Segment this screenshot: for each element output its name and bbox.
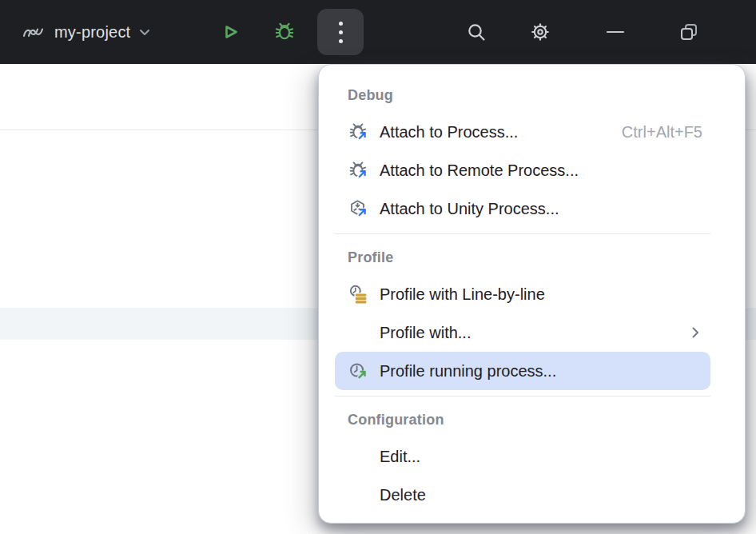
menu-divider	[335, 396, 710, 397]
chevron-down-icon	[137, 24, 153, 40]
menu-section-profile: Profile	[319, 240, 745, 275]
restore-icon	[678, 21, 700, 43]
menu-item-shortcut: Ctrl+Alt+F5	[622, 123, 702, 141]
debug-button[interactable]	[265, 13, 304, 51]
run-icon	[219, 21, 241, 43]
project-name: my-project	[54, 23, 130, 42]
app-window: my-project	[0, 0, 756, 534]
menu-item-label: Edit...	[380, 448, 420, 466]
attach-to-process-icon	[348, 160, 368, 181]
more-actions-popup-menu: Debug Attach to Process... Ctrl+Alt+F5	[318, 64, 746, 524]
more-actions-button[interactable]	[317, 9, 364, 55]
menu-item-attach-to-remote-process[interactable]: Attach to Remote Process...	[335, 151, 710, 189]
menu-section-debug: Debug	[319, 78, 745, 113]
attach-to-unity-icon	[348, 198, 368, 219]
run-button[interactable]	[211, 13, 249, 51]
search-everywhere-button[interactable]	[457, 13, 495, 51]
menu-item-label: Profile with...	[380, 324, 471, 342]
menu-divider	[335, 233, 710, 234]
menu-item-attach-to-unity-process[interactable]: Attach to Unity Process...	[335, 189, 710, 228]
menu-item-label: Delete	[380, 486, 426, 504]
project-selector[interactable]: my-project	[21, 21, 153, 43]
attach-to-process-icon	[348, 122, 368, 142]
menu-item-edit[interactable]: Edit...	[335, 437, 710, 476]
menu-item-profile-with-line-by-line[interactable]: Profile with Line-by-line	[335, 275, 710, 313]
menu-section-configuration: Configuration	[319, 402, 745, 437]
search-icon	[465, 21, 487, 43]
title-bar: my-project	[0, 0, 756, 64]
menu-item-attach-to-process[interactable]: Attach to Process... Ctrl+Alt+F5	[335, 113, 710, 151]
menu-item-delete[interactable]: Delete	[335, 476, 710, 514]
minimize-window-button[interactable]	[596, 13, 635, 51]
menu-item-label: Profile with Line-by-line	[380, 285, 545, 304]
gear-icon	[529, 21, 551, 43]
menu-item-profile-running-process[interactable]: Profile running process...	[335, 352, 710, 390]
menu-item-label: Attach to Process...	[380, 123, 518, 141]
submenu-chevron-right-icon	[688, 325, 702, 340]
menu-item-label: Profile running process...	[380, 362, 556, 381]
profile-line-by-line-icon	[348, 284, 368, 305]
debug-bug-icon	[273, 21, 296, 43]
app-logo-icon	[21, 21, 46, 43]
menu-item-label: Attach to Unity Process...	[380, 200, 559, 218]
minimize-icon	[604, 21, 627, 43]
kebab-menu-icon	[339, 22, 343, 43]
settings-button[interactable]	[521, 13, 559, 51]
menu-item-profile-with[interactable]: Profile with...	[335, 313, 710, 352]
profile-running-process-icon	[348, 361, 368, 381]
menu-item-label: Attach to Remote Process...	[380, 161, 579, 180]
restore-window-button[interactable]	[670, 13, 708, 51]
